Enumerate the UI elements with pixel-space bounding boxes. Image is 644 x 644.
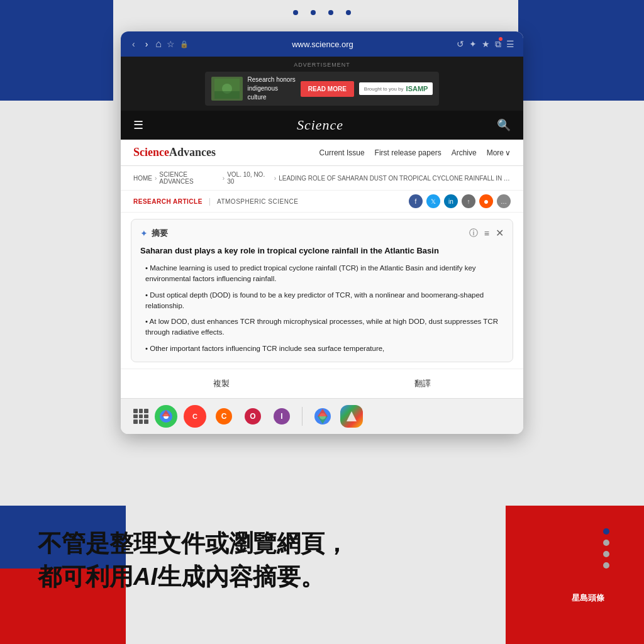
first-release-link[interactable]: First release papers [375, 148, 441, 157]
ai-panel-title-area: ✦ 摘要 [140, 228, 168, 239]
app-icon-3[interactable]: C [213, 405, 235, 428]
svg-text:I: I [280, 412, 282, 421]
app-dock: C C O I [121, 398, 523, 434]
close-button[interactable]: ✕ [496, 227, 504, 239]
bookmark-button[interactable]: ☆ [167, 39, 175, 49]
social-icons: f 𝕏 in ↑ ● … [409, 194, 511, 208]
hamburger-menu[interactable]: ☰ [133, 118, 143, 132]
summary-bullet-1: • Machine learning is used to predict tr… [140, 263, 504, 285]
app-icon-5[interactable]: I [270, 405, 293, 428]
breadcrumb-sep-2: › [223, 175, 225, 182]
bottom-action-bar: 複製 翻譯 [121, 369, 523, 398]
linkedin-icon[interactable]: in [444, 194, 458, 208]
app-grid-icon[interactable] [133, 409, 148, 424]
lock-icon: 🔒 [180, 40, 189, 48]
breadcrumb-article: LEADING ROLE OF SAHARAN DUST ON TROPICAL… [279, 175, 511, 182]
refresh-button[interactable]: ↺ [457, 39, 464, 49]
svg-text:C: C [221, 412, 227, 421]
ad-sponsor: Brought to you by ISAMP [359, 82, 433, 95]
breadcrumb: HOME › SCIENCE ADVANCES › VOL. 10, NO. 3… [121, 166, 523, 191]
article-strip: RESEARCH ARTICLE | ATMOSPHERIC SCIENCE f… [121, 191, 523, 213]
notification-dot [499, 37, 502, 41]
menu-button[interactable]: ☰ [506, 39, 514, 49]
bottom-text-section: 不管是整理文件或瀏覽網頁， 都可利用AI生成內容摘要。 [38, 527, 606, 594]
archive-link[interactable]: Archive [452, 148, 477, 157]
ad-text: Research honors indigenous culture [248, 75, 296, 102]
ai-text: AI [133, 564, 157, 590]
ad-cta[interactable]: READ MORE [301, 81, 354, 97]
translate-button[interactable]: 翻譯 [402, 375, 443, 392]
browser-card: ‹ › ⌂ ☆ 🔒 ↺ ✦ ★ ⧉ ☰ ADVERTISEMENT Resear [121, 31, 523, 434]
ad-content: Research honors indigenous culture READ … [205, 72, 440, 106]
app-icon-7[interactable] [340, 405, 363, 428]
copy-button[interactable]: 複製 [201, 375, 242, 392]
breadcrumb-sep-3: › [274, 175, 276, 182]
facebook-icon[interactable]: f [409, 194, 423, 208]
svg-marker-15 [347, 411, 357, 421]
summary-bullet-2: • Dust optical depth (DOD) is found to b… [140, 290, 504, 312]
twitter-icon[interactable]: 𝕏 [426, 194, 440, 208]
dot-1[interactable] [603, 528, 609, 535]
dock-separator [302, 407, 303, 426]
summary-bullet-3: • At low DOD, dust enhances TCR through … [140, 316, 504, 338]
address-bar[interactable] [194, 40, 452, 49]
dot-4[interactable] [603, 562, 609, 569]
corner-dots-top [293, 10, 351, 15]
breadcrumb-section[interactable]: SCIENCE ADVANCES [159, 171, 219, 185]
ai-summary-panel: ✦ 摘要 ⓘ ≡ ✕ Saharan dust plays a key role… [131, 219, 513, 362]
dot-3[interactable] [603, 551, 609, 557]
chrome-app-2[interactable] [311, 405, 334, 428]
ai-panel-actions: ⓘ ≡ ✕ [469, 227, 504, 239]
tabs-button-wrap: ⧉ [495, 38, 501, 50]
bg-top-right [518, 0, 644, 101]
breadcrumb-home[interactable]: HOME [133, 175, 152, 182]
corner-dot [311, 10, 316, 15]
science-advances-logo: ScienceAdvances [133, 146, 216, 159]
app-icon-2[interactable]: C [184, 405, 206, 428]
more-menu[interactable]: More ∨ [487, 148, 511, 157]
list-icon[interactable]: ≡ [484, 228, 489, 238]
logo-science: Science [133, 146, 169, 158]
more-social-icon[interactable]: … [497, 194, 511, 208]
svg-rect-2 [214, 91, 240, 99]
dots-indicator [603, 528, 609, 569]
back-button[interactable]: ‹ [130, 38, 138, 50]
chrome-app-1[interactable] [155, 405, 177, 428]
dot-2[interactable] [603, 540, 609, 546]
info-icon[interactable]: ⓘ [469, 228, 478, 239]
home-button[interactable]: ⌂ [155, 38, 162, 50]
strip-divider: | [209, 197, 211, 206]
corner-dot [293, 10, 298, 15]
ai-panel-title: 摘要 [152, 228, 168, 239]
ad-image [211, 77, 243, 101]
extensions-button[interactable]: ✦ [469, 39, 477, 49]
ad-banner: ADVERTISEMENT Research honors indigenous… [121, 57, 523, 111]
bottom-text-line2: 都可利用AI生成內容摘要。 [38, 560, 606, 594]
svg-text:C: C [192, 413, 197, 420]
forward-button[interactable]: › [143, 38, 151, 50]
svg-text:O: O [250, 412, 255, 421]
science-site-title: Science [297, 117, 343, 133]
bookmarks-button[interactable]: ★ [482, 39, 490, 49]
reddit-icon[interactable]: ● [479, 194, 493, 208]
ai-panel-header: ✦ 摘要 ⓘ ≡ ✕ [140, 227, 504, 239]
corner-dot [346, 10, 351, 15]
summary-headline: Saharan dust plays a key role in tropica… [140, 245, 504, 257]
nav-links: Current Issue First release papers Archi… [319, 148, 511, 157]
breadcrumb-sep-1: › [155, 175, 157, 182]
science-topbar: ☰ Science 🔍 [121, 111, 523, 140]
search-button[interactable]: 🔍 [497, 118, 511, 132]
app-icon-4[interactable]: O [242, 405, 264, 428]
xingdao-logo: 星島頭條 [567, 590, 609, 606]
bottom-text-line1: 不管是整理文件或瀏覽網頁， [38, 527, 606, 560]
ai-star-icon: ✦ [140, 228, 148, 238]
article-type: RESEARCH ARTICLE [133, 198, 203, 205]
summary-bullet-4: • Other important factors influencing TC… [140, 343, 504, 354]
current-issue-link[interactable]: Current Issue [319, 148, 365, 157]
browser-toolbar: ‹ › ⌂ ☆ 🔒 ↺ ✦ ★ ⧉ ☰ [121, 31, 523, 57]
article-category: ATMOSPHERIC SCIENCE [217, 198, 298, 205]
logo-advances: Advances [169, 146, 216, 158]
breadcrumb-volume[interactable]: VOL. 10, NO. 30 [227, 171, 272, 185]
chevron-down-icon: ∨ [505, 148, 511, 157]
share-icon[interactable]: ↑ [462, 194, 475, 208]
